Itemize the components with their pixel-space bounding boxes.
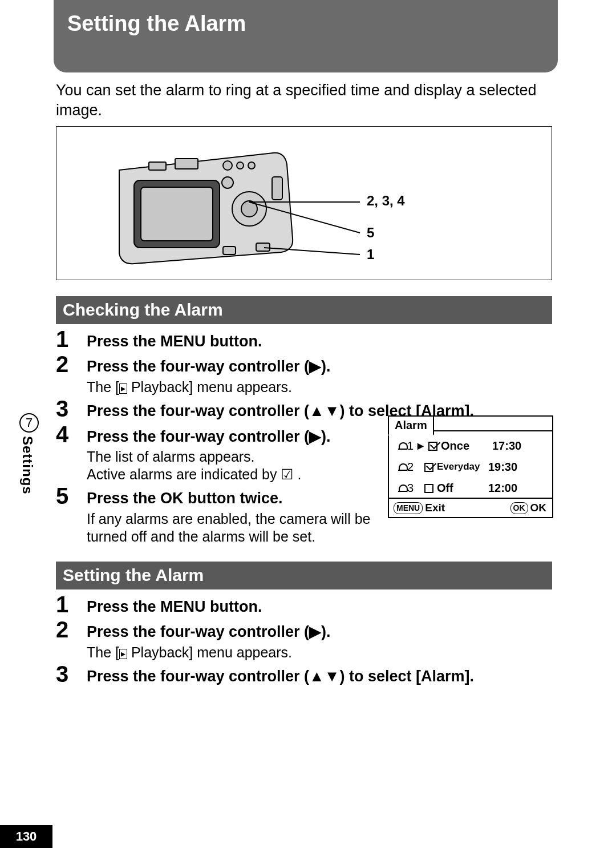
step-title: Press the MENU button.: [87, 331, 565, 352]
section-label: Settings: [18, 436, 37, 495]
alarm-screen-tab: Alarm: [388, 415, 434, 435]
alarm-row: 1 ▶ Once 17:30: [389, 435, 552, 456]
step-number: 5: [56, 484, 87, 507]
callout-lines: 2, 3, 4 5 1: [56, 127, 553, 281]
step-number: 1: [56, 593, 87, 616]
subheader-checking: Checking the Alarm: [56, 296, 552, 324]
checkbox-checked-icon: [424, 463, 433, 472]
callout-3: 1: [367, 247, 374, 262]
section-tab: 7 Settings: [18, 413, 40, 495]
step: 3 Press the four-way controller (▲▼) to …: [56, 663, 565, 687]
page-title: Setting the Alarm: [54, 0, 558, 72]
step-note: The list of alarms appears. Active alarm…: [87, 448, 406, 484]
step-note: The [▸ Playback] menu appears.: [87, 644, 565, 661]
alarm-icon: [398, 442, 407, 451]
alarm-row: 3 Off 12:00: [389, 477, 552, 498]
step: 1 Press the MENU button.: [56, 593, 565, 617]
step-note: If any alarms are enabled, the camera wi…: [87, 510, 406, 546]
ok-button-icon: OK: [510, 502, 528, 514]
step-title: Press the four-way controller (▶).: [87, 356, 565, 377]
alarm-icon: [398, 484, 407, 493]
checkbox-unchecked-icon: [424, 484, 433, 493]
callout-1: 2, 3, 4: [367, 193, 405, 208]
alarm-icon: [398, 463, 407, 472]
step-number: 4: [56, 423, 87, 446]
page-number: 130: [0, 825, 52, 848]
selection-cursor-icon: ▶: [418, 441, 424, 451]
step-number: 3: [56, 397, 87, 420]
alarm-footer: MENUExit OKOK: [389, 498, 552, 517]
step: 2 Press the four-way controller (▶). The…: [56, 353, 565, 396]
playback-icon: ▸: [119, 383, 127, 394]
step-title: Press the OK button twice.: [87, 488, 406, 508]
step-title: Press the MENU button.: [87, 596, 565, 617]
alarm-screen: Alarm 1 ▶ Once 17:30 2 Everyday 19:30 3: [388, 415, 553, 518]
camera-illustration: 2, 3, 4 5 1: [56, 126, 552, 280]
step-title: Press the four-way controller (▶).: [87, 426, 406, 447]
playback-icon: ▸: [119, 649, 127, 659]
step-number: 2: [56, 353, 87, 375]
menu-button-icon: MENU: [394, 502, 423, 514]
section-number: 7: [19, 413, 39, 433]
step-number: 3: [56, 663, 87, 685]
subheader-setting: Setting the Alarm: [56, 562, 552, 589]
svg-line-14: [249, 202, 360, 233]
checkbox-checked-icon: [428, 442, 437, 451]
step-title: Press the four-way controller (▶).: [87, 621, 565, 642]
step-title: Press the four-way controller (▲▼) to se…: [87, 666, 565, 687]
intro-text: You can set the alarm to ring at a speci…: [56, 80, 565, 120]
step-number: 1: [56, 328, 87, 350]
callout-2: 5: [367, 225, 374, 240]
alarm-row: 2 Everyday 19:30: [389, 456, 552, 477]
step: 1 Press the MENU button.: [56, 328, 565, 352]
step: 2 Press the four-way controller (▶). The…: [56, 618, 565, 661]
step-number: 2: [56, 618, 87, 641]
step-note: The [▸ Playback] menu appears.: [87, 378, 565, 396]
svg-line-15: [264, 248, 360, 255]
